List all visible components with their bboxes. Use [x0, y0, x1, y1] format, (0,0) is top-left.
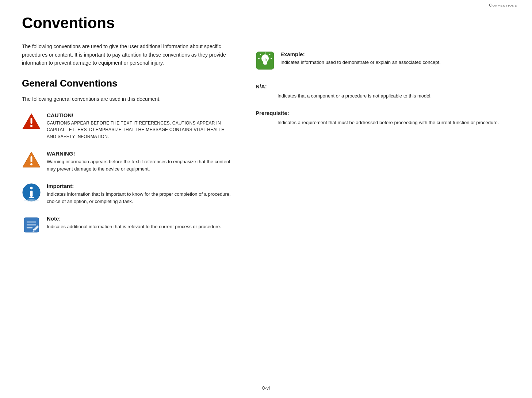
important-desc: Indicates information that is important …: [47, 191, 234, 205]
note-label: Note:: [47, 215, 234, 222]
important-icon: [22, 183, 41, 202]
warning-desc: Warning information appears before the t…: [47, 158, 234, 173]
example-label: Example:: [280, 51, 510, 57]
section-title: General Conventions: [22, 78, 234, 89]
warning-text: WARNING! Warning information appears bef…: [47, 150, 234, 173]
example-desc: Indicates information used to demonstrat…: [280, 59, 510, 66]
note-desc: Indicates additional information that is…: [47, 223, 234, 230]
caution-icon: [22, 112, 41, 131]
page-content: Conventions The following conventions ar…: [0, 7, 532, 259]
svg-rect-22: [263, 63, 267, 64]
right-column: Example: Indicates information used to d…: [256, 15, 510, 245]
convention-important: Important: Indicates information that is…: [22, 183, 234, 205]
caution-label: CAUTION!: [47, 112, 234, 118]
na-desc: Indicates that a component or a procedur…: [256, 92, 510, 100]
svg-rect-1: [31, 118, 32, 124]
important-text: Important: Indicates information that is…: [47, 183, 234, 205]
page-title: Conventions: [22, 15, 234, 31]
note-icon: [22, 215, 41, 234]
convention-warning: WARNING! Warning information appears bef…: [22, 150, 234, 173]
svg-point-7: [30, 187, 33, 189]
svg-line-28: [260, 54, 261, 55]
svg-rect-4: [31, 156, 32, 162]
convention-example: Example: Indicates information used to d…: [256, 51, 510, 70]
page-header: Conventions: [0, 0, 532, 7]
left-column: Conventions The following conventions ar…: [22, 15, 234, 245]
example-icon: [256, 51, 275, 70]
caution-desc: CAUTIONS APPEAR BEFORE THE TEXT IT REFER…: [47, 120, 234, 140]
convention-prerequisite: Prerequisite: Indicates a requirement th…: [256, 110, 510, 126]
svg-point-5: [30, 163, 32, 165]
important-label: Important:: [47, 183, 234, 189]
prereq-label: Prerequisite:: [256, 110, 510, 116]
svg-rect-8: [30, 191, 33, 197]
page-footer: 0-vi: [0, 385, 532, 391]
caution-text: CAUTION! CAUTIONS APPEAR BEFORE THE TEXT…: [47, 112, 234, 140]
header-title: Conventions: [489, 3, 517, 7]
convention-na: N/A: Indicates that a component or a pro…: [256, 83, 510, 100]
warning-label: WARNING!: [47, 150, 234, 157]
page-number: 0-vi: [262, 385, 270, 391]
na-label: N/A:: [256, 83, 510, 89]
example-text: Example: Indicates information used to d…: [280, 51, 510, 66]
prereq-desc: Indicates a requirement that must be add…: [256, 119, 510, 126]
note-text: Note: Indicates additional information t…: [47, 215, 234, 230]
warning-icon: [22, 150, 41, 169]
convention-caution: CAUTION! CAUTIONS APPEAR BEFORE THE TEXT…: [22, 112, 234, 140]
svg-rect-23: [264, 64, 267, 65]
svg-line-29: [269, 54, 270, 55]
svg-point-2: [30, 125, 32, 127]
convention-note: Note: Indicates additional information t…: [22, 215, 234, 234]
svg-point-10: [24, 199, 39, 202]
section-intro: The following general conventions are us…: [22, 95, 234, 103]
svg-rect-21: [263, 62, 267, 63]
intro-text: The following conventions are used to gi…: [22, 42, 234, 67]
